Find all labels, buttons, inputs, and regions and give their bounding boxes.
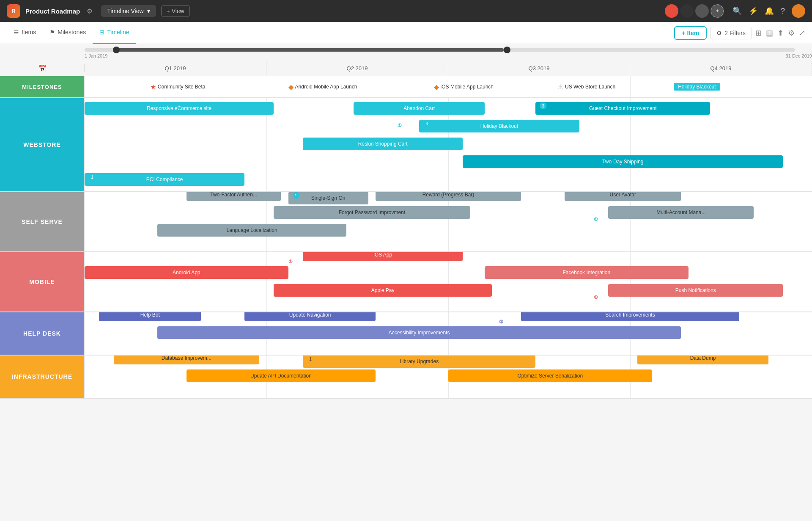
add-view-button[interactable]: + View	[161, 5, 190, 17]
filter-icon: ⚙	[716, 30, 722, 36]
infrastructure-section: INFRASTRUCTURE Database Improvem... Libr…	[0, 356, 812, 399]
sub-navigation: ☰ Items ⚑ Milestones ⊟ Timeline + Item ⚙…	[0, 22, 812, 44]
avatar-3[interactable]	[695, 4, 709, 18]
webstore-rows: Responsive eCommerce site Abandon Cart G…	[85, 98, 812, 191]
infrastructure-rows: Database Improvem... Library Upgrades 1 …	[85, 356, 812, 398]
activity-icon[interactable]: ⚡	[749, 6, 758, 16]
bar-label: Android App	[85, 266, 288, 279]
filters-label: 2 Filters	[724, 30, 746, 36]
add-member-button[interactable]: +	[710, 4, 724, 18]
slider-fill	[113, 48, 504, 52]
mobile-label: MOBILE	[0, 252, 85, 311]
export-icon[interactable]: ⬆	[777, 28, 784, 38]
tab-timeline[interactable]: ⊟ Timeline	[93, 22, 136, 44]
help-desk-section: HELP DESK Help Bot Update Navigation ① S…	[0, 312, 812, 356]
q1-header: Q1 2019	[85, 61, 266, 76]
avatar-1[interactable]	[665, 4, 678, 18]
milestones-section: MILESTONES ★ Community Site Beta ◆ Andro…	[0, 76, 812, 98]
badge-push-1: ①	[594, 295, 598, 300]
bar-label: Push Notifications	[608, 284, 783, 297]
badge-pci: 1	[89, 174, 96, 180]
gantt-row: Language Localization	[85, 230, 812, 245]
timeline-container: 1 Jan 2019 31 Dec 2019 📅 Q1 2019 Q2 2019…	[0, 44, 812, 399]
toolbar: ⊞ ▦ ⬆ ⚙ ⤢	[755, 28, 805, 38]
bar-library[interactable]: Library Upgrades 1	[303, 358, 535, 365]
timeline-slider[interactable]	[85, 48, 795, 52]
view-selector[interactable]: Timeline View ▾	[101, 5, 156, 17]
chevron-down-icon: ▾	[147, 8, 150, 14]
mobile-section: MOBILE ① iOS App Android App Facebook In…	[0, 252, 812, 312]
milestone-ios-launch[interactable]: ◆ iOS Mobile App Launch	[434, 83, 494, 91]
dates-label-cell	[0, 53, 85, 61]
quarters-label-cell: 📅	[0, 64, 85, 72]
tab-milestones[interactable]: ⚑ Milestones	[43, 22, 93, 44]
milestone-community-label: Community Site Beta	[158, 84, 206, 90]
diamond-icon-2: ◆	[434, 83, 439, 91]
slider-handle-left[interactable]	[113, 47, 120, 53]
gantt-row: Update API Documentation Optimize Server…	[85, 376, 812, 391]
badge-multi-1: ①	[594, 217, 598, 222]
bar-guest-checkout[interactable]: Guest Checkout Improvement 3	[535, 105, 710, 112]
user-avatar[interactable]	[792, 4, 805, 18]
avatar-2[interactable]	[680, 4, 694, 18]
bar-label: Update Navigation	[244, 312, 376, 321]
badge-search-1: ①	[499, 319, 503, 325]
view-selector-label: Timeline View	[107, 8, 143, 14]
webstore-label: WEBSTORE	[0, 98, 85, 191]
add-item-button[interactable]: + Item	[674, 26, 707, 40]
mobile-rows: ① iOS App Android App Facebook Integrati…	[85, 252, 812, 311]
milestone-community-site[interactable]: ★ Community Site Beta	[150, 83, 206, 91]
star-icon: ★	[150, 83, 156, 91]
bar-label: Multi-Account Mana...	[608, 206, 754, 219]
infrastructure-label: INFRASTRUCTURE	[0, 356, 85, 398]
gantt-row: Responsive eCommerce site Abandon Cart G…	[85, 101, 812, 116]
fullscreen-icon[interactable]: ⤢	[799, 28, 805, 38]
bar-label: iOS App	[303, 252, 463, 261]
bar-sso[interactable]: Single-Sign On 1	[288, 195, 368, 201]
milestone-android-launch[interactable]: ◆ Android Mobile App Launch	[288, 83, 357, 91]
slider-handle-right[interactable]	[504, 47, 510, 53]
self-serve-label: SELF SERVE	[0, 192, 85, 251]
bar-label: Optimize Server Serialization	[448, 369, 652, 382]
settings-icon[interactable]: ⚙	[87, 7, 93, 15]
q3-divider	[630, 76, 631, 97]
bar-label: PCI Compliance	[85, 173, 244, 186]
search-icon[interactable]: 🔍	[732, 6, 742, 16]
bar-pci[interactable]: PCI Compliance 1	[85, 176, 244, 183]
quarters-area: Q1 2019 Q2 2019 Q3 2019 Q4 2019	[85, 61, 812, 76]
bar-label: Two-Day Shipping	[463, 155, 783, 168]
tab-items[interactable]: ☰ Items	[7, 22, 43, 44]
items-list-icon: ☰	[14, 29, 19, 36]
holiday-blackout-bar: Holiday Blackout	[674, 83, 720, 91]
help-icon[interactable]: ?	[781, 7, 785, 16]
dates-row: 1 Jan 2019 31 Dec 2019	[0, 53, 812, 61]
bar-label: Guest Checkout Improvement	[535, 102, 710, 115]
filters-button[interactable]: ⚙ 2 Filters	[710, 27, 752, 39]
bar-holiday-blackout[interactable]: Holiday Blackout 3	[419, 123, 579, 130]
warning-icon: ⚠	[557, 83, 563, 91]
milestone-holiday-blackout[interactable]: Holiday Blackout	[674, 83, 720, 91]
settings-icon[interactable]: ⚙	[788, 28, 795, 38]
layout-icon-2[interactable]: ▦	[766, 28, 773, 38]
layout-icon-1[interactable]: ⊞	[755, 28, 762, 38]
diamond-icon-1: ◆	[288, 83, 294, 91]
milestones-area: ★ Community Site Beta ◆ Android Mobile A…	[85, 76, 812, 97]
notifications-icon[interactable]: 🔔	[765, 6, 774, 16]
gantt-row: Reskin Shopping Cart	[85, 136, 812, 152]
badge-1-left: ①	[398, 123, 402, 128]
bar-label: Responsive eCommerce site	[85, 102, 274, 115]
tab-milestones-label: Milestones	[58, 29, 86, 36]
milestone-ios-label: iOS Mobile App Launch	[441, 84, 494, 90]
webstore-section: WEBSTORE Responsive eCommerce site Aband…	[0, 98, 812, 192]
bar-label: Single-Sign On	[288, 192, 368, 204]
milestones-icon: ⚑	[49, 29, 55, 36]
top-navigation: R Product Roadmap ⚙ Timeline View ▾ + Vi…	[0, 0, 812, 22]
bar-label: Accessibility Improvements	[157, 326, 681, 339]
q4-header: Q4 2019	[630, 61, 812, 76]
quarters-header: 📅 Q1 2019 Q2 2019 Q3 2019 Q4 2019	[0, 61, 812, 76]
bar-label: Data Dump	[637, 356, 768, 364]
milestone-us-store[interactable]: ⚠ US Web Store Launch	[557, 83, 615, 91]
badge-sso: 1	[293, 192, 299, 199]
bar-label: Reward (Progress Bar)	[376, 192, 521, 201]
avatar-group: +	[665, 4, 724, 18]
